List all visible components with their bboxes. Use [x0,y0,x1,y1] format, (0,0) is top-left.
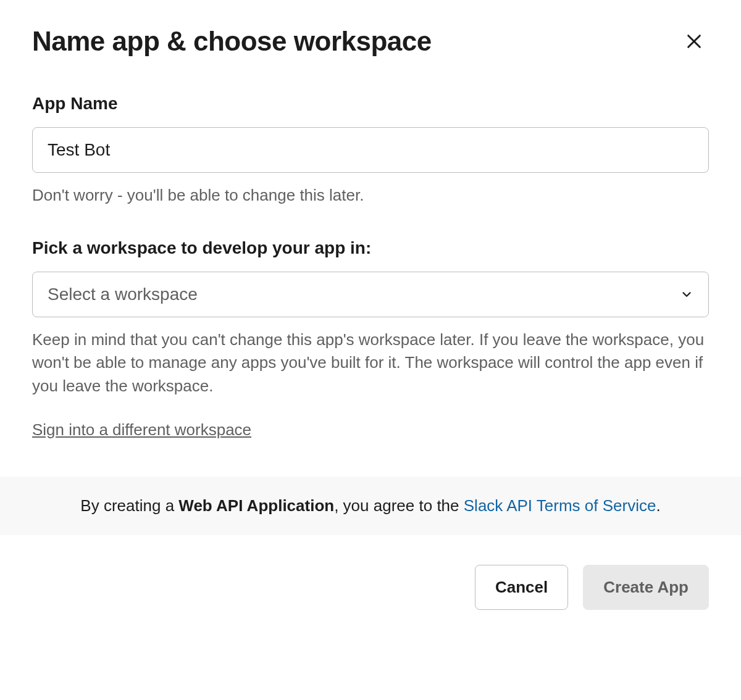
terms-bar: By creating a Web API Application, you a… [0,477,741,535]
workspace-select[interactable]: Select a workspace [32,272,709,317]
create-app-modal: Name app & choose workspace App Name Don… [0,0,741,440]
workspace-select-wrapper: Select a workspace [32,272,709,317]
close-button[interactable] [679,27,709,56]
terms-of-service-link[interactable]: Slack API Terms of Service [464,496,656,515]
cancel-button[interactable]: Cancel [475,565,568,610]
terms-bold: Web API Application [178,496,334,515]
modal-header: Name app & choose workspace [32,26,709,57]
workspace-label: Pick a workspace to develop your app in: [32,238,709,258]
modal-title: Name app & choose workspace [32,26,432,57]
workspace-select-placeholder: Select a workspace [48,285,198,304]
app-name-input[interactable] [32,127,709,173]
workspace-help-text: Keep in mind that you can't change this … [32,328,709,398]
app-name-field-group: App Name Don't worry - you'll be able to… [32,94,709,207]
workspace-field-group: Pick a workspace to develop your app in:… [32,238,709,440]
app-name-label: App Name [32,94,709,114]
signin-different-workspace-link[interactable]: Sign into a different workspace [32,420,251,440]
app-name-help-text: Don't worry - you'll be able to change t… [32,184,709,207]
terms-middle: , you agree to the [334,496,464,515]
terms-suffix: . [656,496,660,515]
chevron-down-icon [680,288,693,301]
modal-footer: Cancel Create App [0,535,741,640]
create-app-button[interactable]: Create App [583,565,709,610]
terms-prefix: By creating a [80,496,178,515]
close-icon [684,31,704,51]
